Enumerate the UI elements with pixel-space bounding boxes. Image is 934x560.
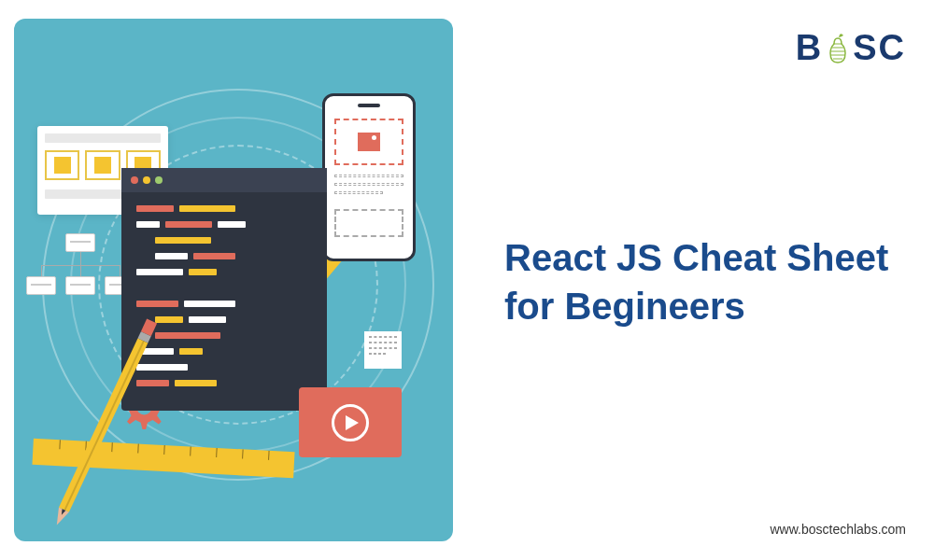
play-icon xyxy=(346,415,359,430)
logo-letters-sc: SC xyxy=(853,28,906,68)
brand-logo: B SC xyxy=(796,28,906,68)
illustration-background xyxy=(14,19,453,541)
logo-letter-b: B xyxy=(796,28,823,68)
code-editor-icon xyxy=(121,168,327,411)
mobile-device-icon xyxy=(322,93,416,261)
website-url: www.bosctechlabs.com xyxy=(770,522,906,537)
content-panel: B SC React JS Cheat Sheet for Begineers … xyxy=(467,0,934,560)
illustration-panel xyxy=(0,0,467,560)
text-block-icon xyxy=(364,331,402,369)
page-title: React JS Cheat Sheet for Begineers xyxy=(504,233,915,330)
video-player-icon xyxy=(299,387,402,457)
image-placeholder-icon xyxy=(334,119,403,165)
pear-icon xyxy=(825,33,851,64)
